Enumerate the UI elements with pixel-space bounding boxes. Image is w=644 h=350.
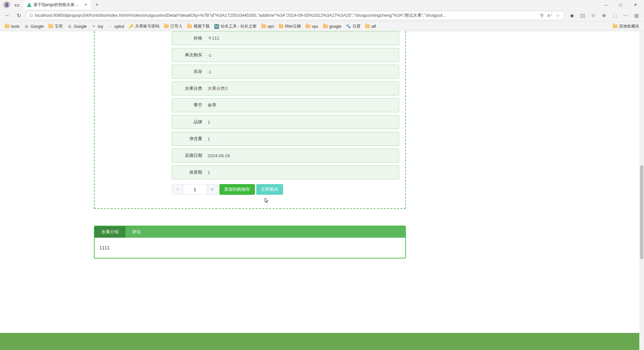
bookmark-baota[interactable]: 宝塔 [46,22,65,30]
browser-tab[interactable]: 基于Django的智能水果销售系统 × [23,0,91,9]
value-single-buy: -1 [206,53,212,58]
favorites-icon[interactable]: ✩ [588,11,598,20]
bookmark-google[interactable]: GGoogle [22,23,46,30]
info-row-weight: 净含量 1 [172,132,399,146]
close-window-button[interactable]: ✕ [628,0,643,9]
bookmark-uplod[interactable]: ↑uplod [106,23,126,30]
label-single-buy: 单次购买 [172,52,206,58]
quantity-input[interactable] [183,184,207,194]
folder-icon [164,24,169,28]
page-footer [0,333,639,350]
google-icon: G [24,24,29,29]
bookmark-google3[interactable]: google [321,23,343,30]
collections-icon[interactable]: ⊕ [599,11,609,20]
bookmark-aff[interactable]: aff [363,23,378,30]
value-brand: 1 [206,120,210,125]
folder-icon [5,24,9,28]
minimize-button[interactable]: — [598,0,613,9]
bookmark-video[interactable]: 视频下载 [185,22,212,30]
tab-bar: 👤 ▭ 基于Django的智能水果销售系统 × + — ▢ ✕ [0,0,644,9]
folder-icon [279,24,283,28]
tab-close-icon[interactable]: × [85,2,87,7]
extensions-icon[interactable]: ◆ [567,11,577,20]
folder-icon [187,24,192,28]
label-brand: 品牌 [172,119,206,125]
add-to-cart-button[interactable]: 添加到购物车 [219,184,255,195]
info-row-brand: 品牌 1 [172,115,399,129]
folder-icon [365,24,370,28]
favorite-icon[interactable]: ☆ [554,12,561,19]
bookmark-baidu[interactable]: 🐾百度 [344,22,363,30]
address-bar[interactable]: ⓘ localhost:8080/djangoqrs54/front/dist/… [25,11,565,20]
refresh-button[interactable]: ↻ [14,11,23,20]
bookmarks-bar: tools GGoogle 宝塔 GGoogle ✦toy ↑uplod 🔑共享… [0,21,644,31]
more-icon[interactable]: ⋯ [621,11,631,20]
value-price: ￥111 [206,35,219,41]
bookmark-tools[interactable]: tools [3,23,21,30]
label-pick-date: 采摘日期 [172,153,206,159]
quantity-decrease-button[interactable]: − [172,184,183,194]
info-row-category: 水果分类 水果分类3 [172,81,399,96]
zhanzhang-icon: 站 [214,24,219,29]
tabs-header: 水果介绍 评论 [95,226,405,238]
toy-icon: ✦ [92,24,96,29]
bookmark-zhanzhang[interactable]: 站站长工具 - 站长之家 [212,22,259,30]
bookmark-google2[interactable]: GGoogle [65,23,89,30]
sidebar-icon[interactable]: ▤ [631,11,641,20]
translate-icon[interactable]: ⅋ [538,12,545,19]
label-shelf-life: 保质期 [172,169,206,175]
info-row-single-buy: 单次购买 -1 [172,48,399,62]
profile-avatar[interactable]: 👤 [3,1,10,8]
nav-bar: ← ↻ ⓘ localhost:8080/djangoqrs54/front/d… [0,9,644,21]
buy-now-button[interactable]: 立即购买 [256,184,283,195]
info-row-shelf-life: 保质期 1 [172,165,399,179]
read-aloud-icon[interactable]: A⁺ [546,12,553,19]
tab-overview-icon[interactable]: ▭ [13,1,21,9]
key-icon: 🔑 [129,24,133,29]
vue-favicon [27,2,32,7]
new-tab-button[interactable]: + [93,2,100,8]
label-stock: 库存 [172,69,206,75]
label-price: 价格 [172,35,206,41]
label-weight: 净含量 [172,136,206,142]
scrollbar-thumb[interactable] [640,165,643,259]
bookmark-imported[interactable]: 已导入 [162,22,184,30]
tab-intro[interactable]: 水果介绍 [95,226,125,238]
split-screen-icon[interactable]: ▯▯ [578,11,588,20]
info-row-price: 价格 ￥111 [172,31,399,45]
page-viewport: 价格 ￥111 单次购买 -1 库存 -1 水果分类 水果分类3 季节 春季 品… [0,31,644,350]
value-season: 春季 [206,102,216,108]
bookmark-max[interactable]: Max云梯 [277,22,303,30]
extension2-icon[interactable]: ⬚ [610,11,620,20]
label-season: 季节 [172,102,206,108]
bookmark-vps[interactable]: vps [304,23,320,30]
baidu-icon: 🐾 [346,24,351,29]
description-tabs-panel: 水果介绍 评论 1111 [94,226,406,258]
maximize-button[interactable]: ▢ [613,0,628,9]
value-category: 水果分类3 [206,85,227,92]
folder-icon [48,24,53,28]
info-row-stock: 库存 -1 [172,65,399,79]
info-row-season: 季节 春季 [172,98,399,112]
url-text: localhost:8080/djangoqrs54/front/dist/in… [35,12,536,18]
value-pick-date: 2024-09-28 [206,153,230,158]
tab-content: 1111 [95,238,405,258]
folder-icon [261,24,266,28]
window-controls: — ▢ ✕ [598,0,643,9]
bookmark-toy[interactable]: ✦toy [90,23,105,30]
google-icon: G [67,24,72,29]
back-button[interactable]: ← [3,11,12,20]
site-info-icon[interactable]: ⓘ [29,13,33,18]
quantity-increase-button[interactable]: + [207,184,218,194]
bookmark-vpn[interactable]: vpn [259,23,276,30]
bookmark-other[interactable]: 其他收藏夹 [611,22,641,30]
tab-comment[interactable]: 评论 [125,226,148,238]
info-row-pick-date: 采摘日期 2024-09-28 [172,149,399,163]
value-shelf-life: 1 [206,170,210,175]
upload-icon: ↑ [108,24,113,29]
product-detail-panel: 价格 ￥111 单次购买 -1 库存 -1 水果分类 水果分类3 季节 春季 品… [94,31,406,209]
bookmark-share-pwd[interactable]: 🔑共享账号密码 [127,22,161,30]
folder-icon [323,24,328,28]
quantity-stepper: − + [172,184,218,195]
vertical-scrollbar[interactable] [639,31,644,350]
